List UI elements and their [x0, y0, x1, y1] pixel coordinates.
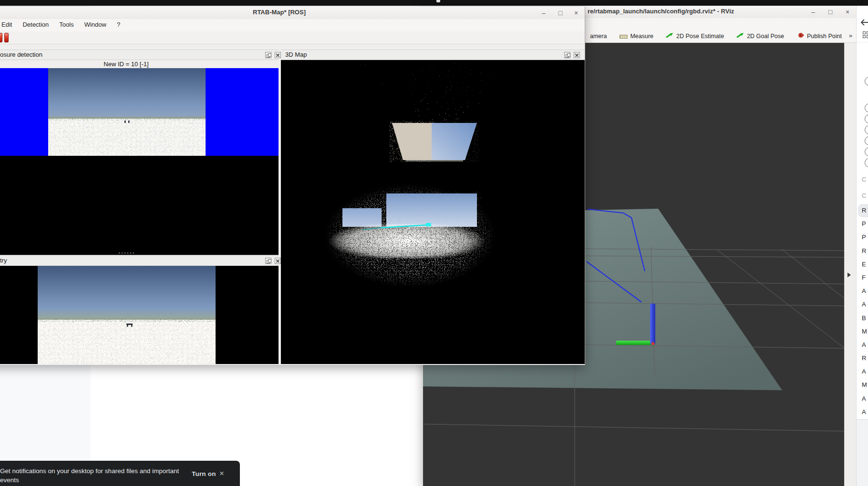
- panel-close-button[interactable]: [574, 52, 580, 58]
- desktop-top-bar: [0, 0, 868, 6]
- toolbar-overflow-chevron[interactable]: »: [849, 32, 852, 39]
- sidebar-list-item[interactable]: R: [857, 352, 868, 365]
- desktop: { "desktop": { "top_bar_color": "#141414…: [0, 0, 868, 486]
- menu-item[interactable]: Edit: [0, 19, 13, 30]
- loop-closure-empty-view: [0, 156, 279, 255]
- sidebar-list-item[interactable]: A: [857, 392, 868, 405]
- rtabmap-minimize-button[interactable]: –: [538, 8, 549, 18]
- pause-button[interactable]: [0, 31, 12, 44]
- camera-view-odometry: [38, 266, 216, 364]
- sidebar-list-item[interactable]: M: [857, 378, 868, 392]
- rviz-close-button[interactable]: ×: [842, 7, 853, 17]
- camera-view-loop-closure: [48, 68, 206, 156]
- sidebar-list-item[interactable]: A: [857, 338, 868, 352]
- rviz-window-title: re/rtabmap_launch/launch/config/rgbd.rvi…: [588, 8, 734, 15]
- sidebar-list-item[interactable]: M: [857, 325, 868, 338]
- sidebar-list-item[interactable]: P: [857, 231, 868, 244]
- tool-icon: [797, 32, 805, 40]
- odometry-panel-title: try: [0, 257, 7, 264]
- tf-z-axis: [650, 304, 655, 344]
- rtabmap-title-bar[interactable]: RTAB-Map* [ROS] – □ ×: [0, 7, 585, 20]
- menu-item[interactable]: Window: [83, 19, 107, 30]
- menu-item[interactable]: Detection: [21, 19, 50, 30]
- sidebar-avatar-icon[interactable]: [865, 136, 868, 145]
- rviz-tool-button[interactable]: Publish Point: [797, 32, 842, 40]
- tool-label: 2D Goal Pose: [747, 33, 784, 40]
- sidebar-avatar-icon[interactable]: [865, 158, 868, 167]
- panel-float-button[interactable]: [265, 258, 271, 264]
- sidebar-avatar-icon[interactable]: [865, 77, 868, 86]
- loop-closure-status: New ID = 10 [-1]: [0, 61, 279, 68]
- pause-icon: [0, 33, 2, 42]
- sidebar-avatar-icon[interactable]: [865, 147, 868, 156]
- loop-closure-panel-header[interactable]: osure detection: [0, 50, 279, 60]
- sidebar-list-item[interactable]: R: [857, 244, 868, 258]
- tool-label: 2D Pose Estimate: [676, 33, 724, 40]
- tool-label: amera: [590, 33, 607, 40]
- panel-close-button[interactable]: [275, 52, 281, 58]
- panel-expand-arrow-icon[interactable]: [847, 273, 851, 277]
- rtabmap-window-title: RTAB-Map* [ROS]: [0, 9, 585, 16]
- sidebar-footer: [857, 420, 868, 486]
- sidebar-avatar-icon[interactable]: [865, 114, 868, 123]
- rviz-tool-button[interactable]: Measure: [620, 33, 653, 40]
- sidebar-list-item[interactable]: R: [858, 204, 868, 217]
- tool-icon: [666, 32, 674, 40]
- tf-y-axis: [616, 341, 654, 345]
- sidebar-list-item[interactable]: A: [857, 298, 868, 311]
- right-sidebar: CC RPPREFAABMARAMAA: [856, 6, 868, 486]
- sidebar-list-item[interactable]: F: [857, 271, 868, 284]
- menu-item[interactable]: ?: [116, 19, 121, 30]
- rtabmap-window: RTAB-Map* [ROS] – □ × EditDetectionTools…: [0, 7, 585, 365]
- tool-label: Publish Point: [807, 33, 842, 40]
- sidebar-avatar-icon[interactable]: [865, 125, 868, 134]
- dock-splitter-handle[interactable]: [119, 253, 134, 253]
- rtabmap-menu-bar: EditDetectionToolsWindow?: [0, 19, 585, 31]
- rviz-tool-button[interactable]: 2D Pose Estimate: [666, 32, 724, 40]
- rtabmap-toolbar: [0, 31, 585, 44]
- map3d-view[interactable]: [281, 60, 585, 364]
- pause-icon: [4, 33, 9, 42]
- odometry-image: [0, 266, 279, 364]
- rviz-tool-button[interactable]: 2D Goal Pose: [737, 32, 784, 40]
- rviz-tool-button[interactable]: amera: [588, 32, 607, 40]
- panel-close-button[interactable]: [275, 258, 281, 264]
- sidebar-list-item[interactable]: B: [857, 312, 868, 325]
- tool-icon: [737, 32, 744, 40]
- back-icon[interactable]: [860, 18, 868, 27]
- tool-label: Measure: [630, 33, 653, 40]
- rtabmap-maximize-button[interactable]: □: [555, 8, 566, 18]
- separator: [857, 42, 868, 42]
- image-left-band: [0, 68, 48, 156]
- tool-icon: [620, 35, 628, 39]
- menu-item[interactable]: Tools: [58, 19, 74, 30]
- map3d-panel-header[interactable]: 3D Map: [281, 50, 585, 60]
- sidebar-section-label: C: [857, 172, 868, 188]
- odometry-panel-header[interactable]: try: [0, 255, 279, 266]
- rviz-maximize-button[interactable]: □: [825, 7, 836, 17]
- frustum-point-cloud: [353, 60, 496, 162]
- sidebar-list-item[interactable]: P: [857, 217, 868, 231]
- sidebar-list-item[interactable]: A: [857, 365, 868, 378]
- panel-float-button[interactable]: [564, 52, 570, 58]
- notification-toast: Get notifications on your desktop for sh…: [0, 461, 240, 486]
- sidebar-list-item[interactable]: A: [857, 405, 868, 419]
- top-bar-indicator-icon: [436, 0, 440, 2]
- rtabmap-close-button[interactable]: ×: [571, 8, 581, 18]
- notification-message: Get notifications on your desktop for sh…: [0, 466, 184, 485]
- sidebar-list-item[interactable]: E: [857, 258, 868, 271]
- map3d-panel-title: 3D Map: [285, 51, 307, 58]
- sidebar-section-label: C: [857, 188, 868, 204]
- rviz-minimize-button[interactable]: –: [808, 7, 818, 17]
- point-cloud-scene: [281, 60, 585, 364]
- apps-grid-icon[interactable]: [863, 31, 868, 38]
- sidebar-avatar-icon[interactable]: [865, 103, 868, 112]
- notification-close-icon[interactable]: ×: [219, 469, 224, 478]
- loop-closure-panel-title: osure detection: [0, 51, 42, 58]
- tf-x-axis: [651, 342, 654, 345]
- notification-turn-on-button[interactable]: Turn on: [192, 470, 216, 477]
- sidebar-list-item[interactable]: A: [857, 284, 868, 298]
- current-pose-marker: [426, 223, 431, 226]
- image-right-band: [206, 68, 279, 156]
- panel-float-button[interactable]: [265, 52, 271, 58]
